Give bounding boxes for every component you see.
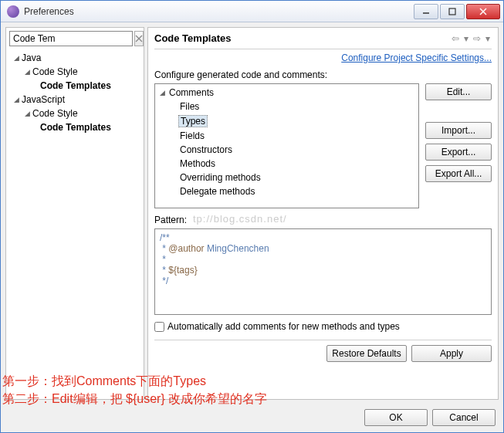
defaults-row: Restore Defaults Apply [154, 345, 492, 362]
auto-add-checkbox[interactable] [154, 322, 164, 332]
export-all-button[interactable]: Export All... [425, 165, 492, 182]
tree-java[interactable]: ◢Java [9, 51, 140, 65]
auto-add-row: Automatically add comments for new metho… [154, 321, 492, 332]
tree-code-style-java[interactable]: ◢Code Style [9, 65, 140, 79]
nav-tree: ◢Java ◢Code Style Code Templates ◢JavaSc… [9, 51, 140, 134]
ok-button[interactable]: OK [364, 409, 428, 426]
filter-clear-button[interactable] [134, 31, 144, 46]
content-area: ◢Java ◢Code Style Code Templates ◢JavaSc… [1, 22, 503, 404]
filter-row [9, 31, 140, 46]
templates-constructors[interactable]: Constructors [155, 143, 418, 157]
preferences-window: Preferences ◢Java ◢Code Style Code Templ… [0, 0, 504, 433]
templates-methods[interactable]: Methods [155, 157, 418, 171]
cancel-button[interactable]: Cancel [432, 409, 496, 426]
right-pane: Code Templates ⇦▾ ⇨▾ Configure Project S… [147, 27, 499, 400]
expand-icon: ◢ [158, 89, 166, 96]
config-label: Configure generated code and comments: [154, 69, 492, 80]
auto-add-label: Automatically add comments for new metho… [167, 321, 400, 332]
restore-defaults-button[interactable]: Restore Defaults [326, 345, 407, 362]
templates-row: ◢Comments Files Types Fields Constructor… [154, 83, 492, 208]
edit-button[interactable]: Edit... [425, 83, 492, 100]
page-title: Code Templates [154, 32, 231, 44]
import-button[interactable]: Import... [425, 122, 492, 139]
window-buttons [414, 4, 500, 19]
maximize-button[interactable] [440, 4, 465, 19]
templates-tree[interactable]: ◢Comments Files Types Fields Constructor… [154, 83, 419, 208]
divider [154, 340, 492, 340]
expand-icon: ◢ [12, 96, 20, 103]
templates-delegate[interactable]: Delegate methods [155, 184, 418, 198]
forward-button[interactable]: ⇨ [472, 33, 482, 44]
templates-files[interactable]: Files [155, 100, 418, 113]
apply-button[interactable]: Apply [411, 345, 492, 362]
expand-icon: ◢ [23, 68, 31, 76]
templates-fields[interactable]: Fields [155, 129, 418, 143]
filter-input[interactable] [9, 31, 133, 46]
pattern-line: /** [160, 232, 486, 243]
pattern-label: Pattern: tp://blog.csdn.net/ [154, 215, 492, 225]
pattern-line: * [160, 254, 486, 265]
templates-comments[interactable]: ◢Comments [155, 86, 418, 100]
window-title: Preferences [24, 6, 414, 17]
back-button[interactable]: ⇦ [450, 33, 461, 44]
right-header: Code Templates ⇦▾ ⇨▾ [154, 32, 492, 49]
tree-code-style-js[interactable]: ◢Code Style [9, 107, 140, 120]
tree-code-templates-java[interactable]: Code Templates [9, 79, 140, 93]
pattern-line: */ [160, 276, 486, 286]
watermark: tp://blog.csdn.net/ [193, 213, 287, 225]
templates-types[interactable]: Types [155, 113, 418, 129]
config-link-row: Configure Project Specific Settings... [154, 52, 492, 63]
minimize-button[interactable] [414, 4, 438, 19]
svg-rect-1 [449, 8, 455, 15]
tree-code-templates-js[interactable]: Code Templates [9, 120, 140, 134]
back-menu[interactable]: ▾ [462, 33, 470, 44]
expand-icon: ◢ [12, 54, 20, 62]
project-settings-link[interactable]: Configure Project Specific Settings... [341, 52, 492, 63]
export-button[interactable]: Export... [425, 144, 492, 161]
pattern-box[interactable]: /** * @author MingChenchen * * ${tags} *… [154, 228, 492, 315]
template-buttons: Edit... Import... Export... Export All..… [425, 83, 492, 208]
left-pane: ◢Java ◢Code Style Code Templates ◢JavaSc… [5, 27, 144, 400]
templates-overriding[interactable]: Overriding methods [155, 171, 418, 184]
nav-history: ⇦▾ ⇨▾ [450, 33, 492, 44]
titlebar: Preferences [1, 1, 503, 22]
app-icon [7, 5, 19, 18]
forward-menu[interactable]: ▾ [484, 33, 492, 44]
expand-icon: ◢ [23, 110, 31, 117]
tree-javascript[interactable]: ◢JavaScript [9, 93, 140, 107]
dialog-footer: OK Cancel [1, 404, 503, 432]
close-button[interactable] [466, 4, 500, 19]
